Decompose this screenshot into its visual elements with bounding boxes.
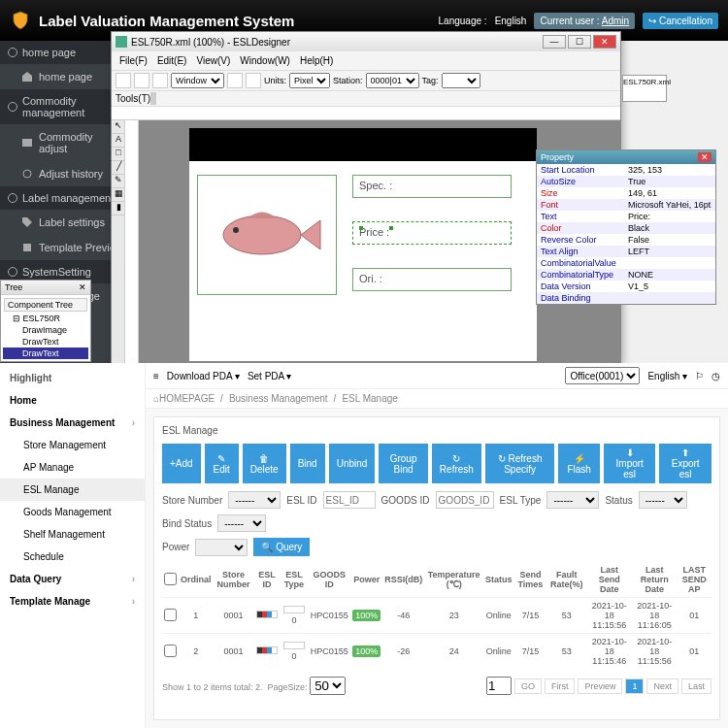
lnav-esl[interactable]: ESL Manage	[0, 479, 145, 501]
language-select[interactable]: English ▾	[647, 371, 687, 381]
tree-node-drawtext1[interactable]: DrawText	[3, 336, 88, 347]
window-max-button[interactable]: ☐	[568, 35, 591, 49]
window-min-button[interactable]: —	[543, 35, 566, 49]
pagesize-select[interactable]: 50	[310, 677, 346, 695]
import-button[interactable]: ⬇ Import esl	[604, 444, 655, 483]
property-row[interactable]: Text AlignLEFT	[537, 246, 715, 257]
refresh-specify-button[interactable]: ↻ Refresh Specify	[485, 444, 554, 483]
tool-rect[interactable]: □	[112, 148, 125, 161]
tool-zoom-button[interactable]	[227, 73, 243, 88]
row-checkbox[interactable]	[164, 609, 177, 621]
next-button[interactable]: Next	[646, 678, 678, 694]
property-row[interactable]: Size149, 61	[537, 187, 715, 199]
product-image-box[interactable]	[197, 175, 337, 295]
set-pda-button[interactable]: Set PDA ▾	[248, 371, 292, 381]
menu-icon[interactable]: ≡	[153, 371, 159, 381]
property-close-button[interactable]: ✕	[698, 152, 711, 162]
price-field[interactable]: Price :	[352, 221, 512, 245]
eslid-input[interactable]	[323, 491, 376, 509]
designer-titlebar[interactable]: ESL750R.xml (100%) - ESLDesigner — ☐ ✕	[112, 32, 620, 51]
tool-grid-button[interactable]	[246, 73, 261, 88]
tree-node-drawimage[interactable]: DrawImage	[3, 324, 88, 336]
tag-select[interactable]	[442, 73, 480, 88]
tool-line[interactable]: ╱	[112, 161, 125, 175]
bc-bm[interactable]: Business Management	[229, 393, 328, 404]
bc-esl[interactable]: ESL Manage	[342, 393, 397, 404]
language-value[interactable]: English	[495, 16, 527, 26]
tool-pencil[interactable]: ✎	[112, 175, 125, 188]
menu-help[interactable]: Help(H)	[296, 53, 337, 68]
property-row[interactable]: Data Binding	[537, 292, 715, 304]
property-row[interactable]: AutoSizeTrue	[537, 176, 715, 187]
bc-home[interactable]: ⌂HOMEPAGE	[153, 393, 215, 404]
power-select[interactable]	[195, 539, 248, 556]
property-row[interactable]: Data VersionV1_5	[537, 281, 715, 292]
tool-save-button[interactable]	[152, 73, 168, 88]
tool-text[interactable]: A	[112, 134, 125, 148]
lnav-ap[interactable]: AP Manage	[0, 456, 145, 479]
window-select[interactable]: Window	[171, 73, 224, 88]
delete-button[interactable]: 🗑 Delete	[243, 444, 286, 483]
tree-close-icon[interactable]: ✕	[79, 282, 86, 292]
menu-edit[interactable]: Edit(E)	[153, 53, 191, 68]
spec-field[interactable]: Spec. :	[352, 175, 512, 198]
first-button[interactable]: First	[545, 678, 576, 694]
refresh-button[interactable]: ↻ Refresh	[432, 444, 481, 483]
flag-icon[interactable]: ⚐	[695, 371, 704, 381]
table-row[interactable]: 10001 0HPC0155100%-4623Online7/15532021-…	[162, 598, 711, 634]
prev-button[interactable]: Preview	[578, 678, 622, 694]
property-row[interactable]: CombinatorialTypeNONE	[537, 269, 715, 281]
tree-tab[interactable]: Component Tree	[4, 298, 87, 312]
property-row[interactable]: FontMicrosoft YaHei, 16pt	[537, 199, 715, 211]
status-select[interactable]: ------	[639, 491, 687, 509]
add-button[interactable]: +Add	[162, 444, 201, 483]
units-select[interactable]: Pixel	[289, 73, 330, 88]
store-select[interactable]: ------	[228, 491, 281, 509]
menu-window[interactable]: Window(W)	[236, 53, 294, 68]
property-row[interactable]: CombinatorialValue	[537, 257, 715, 269]
property-row[interactable]: Reverse ColorFalse	[537, 234, 715, 246]
document-tab[interactable]: ESL750R.xml	[622, 75, 667, 102]
office-select[interactable]: Office(0001)	[565, 367, 640, 384]
lnav-schedule[interactable]: Schedule	[0, 546, 145, 568]
page-input[interactable]	[486, 677, 512, 695]
lnav-goods[interactable]: Goods Management	[0, 501, 145, 523]
tree-node-drawtext2[interactable]: DrawText	[3, 347, 88, 359]
property-row[interactable]: ColorBlack	[537, 222, 715, 234]
clock-icon[interactable]: ◷	[711, 371, 720, 381]
go-button[interactable]: GO	[514, 678, 542, 694]
groupbind-button[interactable]: Group Bind	[379, 444, 427, 483]
window-close-button[interactable]: ✕	[593, 35, 616, 49]
lnav-dataquery[interactable]: Data Query›	[0, 568, 145, 590]
edit-button[interactable]: ✎ Edit	[205, 444, 239, 483]
tool-new-button[interactable]	[116, 73, 131, 88]
menu-view[interactable]: View(V)	[192, 53, 234, 68]
bind-button[interactable]: Bind	[290, 444, 325, 483]
flash-button[interactable]: ⚡ Flash	[558, 444, 600, 483]
property-row[interactable]: Start Location325, 153	[537, 164, 715, 176]
tree-root[interactable]: ⊟ ESL750R	[3, 313, 88, 324]
type-select[interactable]: ------	[546, 491, 599, 509]
lnav-business[interactable]: Business Management›	[0, 412, 145, 434]
menu-file[interactable]: File(F)	[116, 53, 151, 68]
tool-image[interactable]: ▦	[112, 188, 125, 202]
current-user-link[interactable]: Admin	[602, 16, 629, 26]
goods-input[interactable]	[436, 491, 494, 509]
ori-field[interactable]: Ori. :	[352, 268, 512, 291]
tools-menu[interactable]: Tools(T)	[116, 93, 150, 104]
bindstatus-select[interactable]: ------	[217, 514, 266, 532]
page-1-button[interactable]: 1	[625, 678, 644, 694]
select-all-checkbox[interactable]	[164, 573, 177, 585]
station-select[interactable]: 0000|01	[366, 73, 419, 88]
unbind-button[interactable]: Unbind	[329, 444, 376, 483]
download-pda-button[interactable]: Download PDA ▾	[167, 371, 240, 381]
export-button[interactable]: ⬆ Export esl	[659, 444, 711, 483]
query-button[interactable]: 🔍 Query	[253, 538, 310, 556]
tool-open-button[interactable]	[134, 73, 149, 88]
lnav-template[interactable]: Template Manage›	[0, 590, 145, 612]
last-button[interactable]: Last	[681, 678, 711, 694]
lnav-home[interactable]: Home	[0, 389, 145, 412]
row-checkbox[interactable]	[164, 645, 177, 657]
property-row[interactable]: TextPrice:	[537, 211, 715, 222]
table-row[interactable]: 20001 0HPC0155100%-2624Online7/15532021-…	[162, 634, 711, 670]
